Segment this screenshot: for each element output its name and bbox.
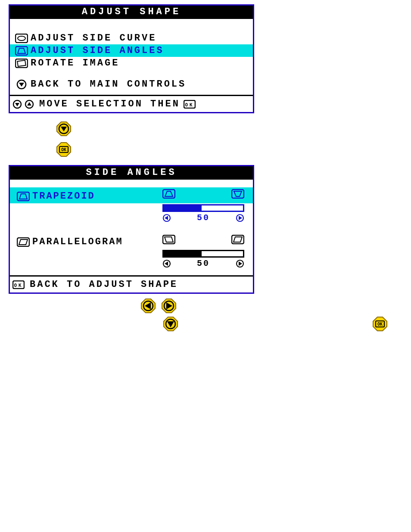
trapezoid-icon [14, 192, 32, 201]
physical-ok-button[interactable]: OK [56, 142, 72, 157]
menu-rotate-image[interactable]: ROTATE IMAGE [10, 57, 253, 69]
menu-item-label: BACK TO MAIN CONTROLS [31, 79, 250, 90]
row-parallelogram[interactable]: PARALLELOGRAM [10, 233, 253, 273]
side-angles-panel: SIDE ANGLES TRAPEZOID [9, 165, 254, 294]
svg-marker-37 [165, 261, 168, 266]
para-right-icon [231, 235, 244, 244]
svg-marker-7 [19, 83, 24, 87]
pincushion-icon [12, 34, 31, 43]
adjust-shape-menu: ADJUST SIDE CURVE ADJUST SIDE ANGLES ROT… [10, 19, 253, 95]
svg-marker-39 [239, 261, 242, 266]
ok-icon: OK [184, 100, 196, 109]
footer-text: MOVE SELECTION THEN [39, 99, 180, 109]
trapezoid-value: 50 [171, 213, 236, 223]
side-angles-footer[interactable]: OK BACK TO ADJUST SHAPE [10, 275, 253, 292]
row-trapezoid[interactable]: TRAPEZOID [10, 187, 253, 227]
adjust-shape-title: ADJUST SHAPE [10, 6, 253, 19]
adjust-shape-footer: MOVE SELECTION THEN OK [10, 95, 253, 112]
svg-marker-9 [15, 103, 19, 106]
svg-marker-11 [27, 102, 31, 106]
up-circle-icon [25, 100, 34, 109]
menu-item-label: ADJUST SIDE CURVE [31, 33, 250, 44]
svg-marker-27 [165, 216, 168, 220]
svg-marker-29 [239, 216, 242, 220]
menu-item-label: ADJUST SIDE ANGLES [31, 45, 250, 56]
row-label: TRAPEZOID [32, 191, 95, 202]
svg-marker-25 [234, 191, 242, 196]
physical-down-button[interactable] [163, 316, 178, 332]
right-circle-icon[interactable] [236, 259, 244, 268]
physical-left-button[interactable] [140, 298, 156, 314]
svg-marker-21 [19, 194, 27, 199]
parallelogram-icon [14, 237, 32, 247]
parallelogram-slider[interactable] [162, 250, 244, 258]
trap-narrow-top-icon [162, 189, 175, 199]
row-label: PARALLELOGRAM [32, 236, 123, 247]
svg-marker-31 [19, 240, 28, 245]
svg-rect-5 [17, 60, 25, 66]
trapezoid-slider[interactable] [162, 204, 244, 212]
down-circle-icon [12, 100, 22, 109]
menu-back-main-controls[interactable]: BACK TO MAIN CONTROLS [10, 78, 253, 90]
svg-text:OK: OK [61, 147, 66, 152]
down-circle-icon [12, 79, 31, 90]
left-circle-icon[interactable] [162, 259, 171, 268]
physical-ok-button[interactable]: OK [372, 316, 388, 332]
menu-adjust-side-curve[interactable]: ADJUST SIDE CURVE [10, 32, 253, 44]
side-angles-title: SIDE ANGLES [10, 166, 253, 180]
svg-marker-3 [18, 48, 25, 53]
menu-item-label: ROTATE IMAGE [31, 58, 250, 68]
svg-text:OK: OK [14, 283, 23, 288]
svg-text:OK: OK [185, 102, 194, 108]
physical-right-button[interactable] [161, 298, 177, 314]
adjust-shape-panel: ADJUST SHAPE ADJUST SIDE CURVE ADJUST SI… [9, 4, 254, 113]
svg-text:OK: OK [377, 322, 383, 327]
left-circle-icon[interactable] [162, 214, 171, 222]
para-left-icon [162, 235, 175, 244]
svg-marker-35 [234, 237, 242, 242]
rotate-icon [12, 59, 31, 68]
right-circle-icon[interactable] [236, 214, 244, 222]
menu-adjust-side-angles[interactable]: ADJUST SIDE ANGLES [10, 44, 253, 57]
physical-down-button[interactable] [56, 121, 72, 137]
svg-marker-23 [165, 191, 173, 196]
footer-text: BACK TO ADJUST SHAPE [30, 279, 178, 290]
svg-point-1 [18, 36, 25, 40]
svg-marker-33 [165, 237, 173, 242]
trap-wide-top-icon [231, 189, 244, 199]
parallelogram-value: 50 [171, 258, 236, 268]
side-angles-body: TRAPEZOID [10, 180, 253, 275]
trapezoid-icon [12, 46, 31, 56]
ok-icon: OK [12, 280, 25, 289]
